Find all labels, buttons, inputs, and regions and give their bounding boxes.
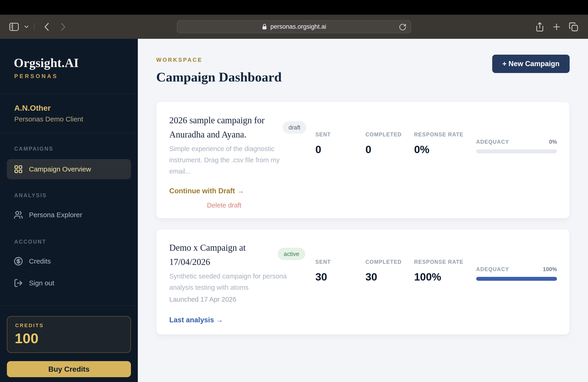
- campaign-title-line: Anuradha and Ayana.: [169, 127, 277, 142]
- new-tab-icon[interactable]: [552, 22, 561, 31]
- browser-toolbar: personas.orgsight.ai: [0, 15, 588, 39]
- url-text: personas.orgsight.ai: [270, 23, 326, 30]
- sidebar-item-label: Sign out: [29, 279, 54, 287]
- description-line: Synthetic seeded campaign for persona: [169, 271, 289, 282]
- description-line: email...: [169, 166, 289, 177]
- campaign-title: 2026 sample campaign for Anuradha and Ay…: [169, 113, 277, 142]
- stat-value: 100%: [414, 271, 441, 283]
- sidebar-item-label: Persona Explorer: [29, 211, 82, 219]
- tab-overview-icon[interactable]: [569, 22, 578, 32]
- sidebar-toggle-icon[interactable]: [9, 23, 19, 31]
- adequacy-label: ADEQUACY: [476, 139, 509, 145]
- last-analysis-link[interactable]: Last analysis →: [169, 316, 223, 324]
- stat-label: SENT: [315, 259, 331, 265]
- stat-label: RESPONSE RATE: [414, 259, 463, 265]
- campaign-card-active: Demo x Campaign at 17/04/2026 active Syn…: [156, 229, 570, 335]
- delete-draft-link[interactable]: Delete draft: [207, 201, 241, 210]
- stat-value: 0: [365, 143, 371, 156]
- credits-balance-box: CREDITS 100: [7, 316, 131, 353]
- workspace-eyebrow: WORKSPACE: [156, 57, 203, 63]
- sidebar-item-label: Credits: [29, 257, 51, 265]
- client-description: Personas Demo Client: [14, 115, 83, 123]
- campaign-title-line: Demo x Campaign at: [169, 241, 277, 255]
- continue-with-draft-link[interactable]: Continue with Draft →: [169, 187, 244, 195]
- stat-label: COMPLETED: [365, 131, 402, 138]
- description-line: instrument. Drag the .csv file from my: [169, 155, 289, 166]
- sidebar-item-sign-out[interactable]: Sign out: [7, 276, 131, 290]
- stat-value: 0: [315, 143, 321, 156]
- campaign-description: Synthetic seeded campaign for persona an…: [169, 271, 289, 293]
- launched-date: Launched 17 Apr 2026: [169, 295, 236, 304]
- adequacy-progress-track: [476, 149, 557, 153]
- campaign-title: Demo x Campaign at 17/04/2026: [169, 241, 277, 269]
- adequacy-progress-fill: [476, 277, 557, 281]
- new-campaign-button[interactable]: + New Campaign: [492, 55, 570, 73]
- adequacy-progress-track: [476, 277, 557, 281]
- status-badge: active: [278, 248, 305, 260]
- sidebar-item-label: Campaign Overview: [29, 165, 91, 173]
- sidebar-divider: [0, 305, 138, 305]
- sidebar-divider: [0, 133, 138, 133]
- section-label-analysis: ANALYSIS: [14, 192, 47, 199]
- adequacy-percent: 0%: [549, 139, 557, 145]
- status-badge: draft: [283, 121, 306, 134]
- sidebar-item-campaign-overview[interactable]: Campaign Overview: [7, 159, 131, 179]
- product-name: PERSONAS: [14, 73, 58, 80]
- campaign-card-draft: 2026 sample campaign for Anuradha and Ay…: [156, 102, 570, 219]
- adequacy-label: ADEQUACY: [476, 266, 509, 273]
- sidebar-item-credits[interactable]: Credits: [7, 254, 131, 268]
- app-logo: Orgsight.AI: [14, 55, 79, 71]
- forward-button-icon[interactable]: [61, 23, 66, 31]
- address-bar[interactable]: personas.orgsight.ai: [177, 20, 411, 33]
- toolbar-divider: [34, 23, 34, 31]
- section-label-account: ACCOUNT: [14, 239, 46, 245]
- grid-icon: [14, 165, 23, 174]
- section-label-campaigns: CAMPAIGNS: [14, 145, 53, 152]
- log-out-icon: [14, 279, 23, 288]
- stat-label: RESPONSE RATE: [414, 131, 463, 138]
- stat-value: 30: [365, 271, 377, 283]
- stat-label: COMPLETED: [365, 259, 402, 265]
- main-content: WORKSPACE Campaign Dashboard + New Campa…: [138, 39, 588, 382]
- users-icon: [14, 210, 23, 220]
- menu-bar-strip: [0, 0, 588, 15]
- campaign-description: Simple experience of the diagnostic inst…: [169, 143, 289, 177]
- share-icon[interactable]: [535, 22, 544, 32]
- back-button-icon[interactable]: [44, 23, 49, 31]
- credits-value: 100: [15, 330, 38, 347]
- adequacy-meter: ADEQUACY 0%: [476, 139, 557, 153]
- sidebar-item-persona-explorer[interactable]: Persona Explorer: [7, 208, 131, 222]
- description-line: Simple experience of the diagnostic: [169, 143, 289, 155]
- lock-icon: [262, 23, 267, 30]
- page-title: Campaign Dashboard: [156, 69, 282, 85]
- sidebar: Orgsight.AI PERSONAS A.N.Other Personas …: [0, 39, 138, 382]
- adequacy-percent: 100%: [543, 266, 557, 273]
- campaign-title-line: 17/04/2026: [169, 255, 277, 269]
- chevron-down-icon[interactable]: [24, 25, 28, 28]
- reload-icon[interactable]: [399, 23, 407, 31]
- credits-label: CREDITS: [15, 322, 44, 328]
- stat-value: 0%: [414, 143, 429, 156]
- sidebar-divider: [0, 94, 138, 94]
- client-name: A.N.Other: [14, 103, 51, 113]
- stat-label: SENT: [315, 131, 331, 138]
- campaign-title-line: 2026 sample campaign for: [169, 113, 277, 127]
- buy-credits-button[interactable]: Buy Credits: [7, 361, 131, 377]
- coin-dollar-icon: [14, 257, 23, 266]
- adequacy-meter: ADEQUACY 100%: [476, 266, 557, 281]
- description-line: analysis testing with atoms: [169, 282, 289, 293]
- stat-value: 30: [315, 271, 327, 283]
